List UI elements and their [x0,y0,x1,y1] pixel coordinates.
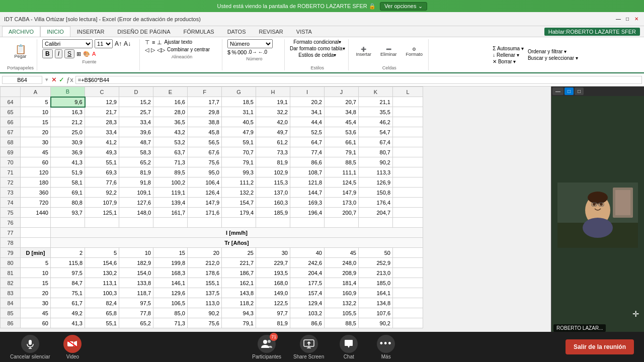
cell-83-h[interactable]: 149,0 [256,288,290,298]
leave-meeting-button[interactable]: Salir de la reunión [566,339,634,354]
cell-75-b[interactable]: 93,7 [51,208,85,218]
cell-73-i[interactable]: 144,7 [290,188,325,198]
cell-69-l[interactable] [393,147,423,157]
cell-65-d[interactable]: 25,7 [119,107,153,117]
cell-76-c[interactable] [85,218,119,228]
cell-70-e[interactable]: 71,3 [153,157,188,167]
cell-71-j[interactable]: 111,1 [325,167,359,177]
cell-67-e[interactable]: 43,2 [153,127,188,137]
cell-69-k[interactable]: 80,7 [359,147,393,157]
fill-color-button[interactable]: 🎨 [83,51,90,57]
cell-79-e[interactable]: 15 [153,248,188,258]
cell-68-g[interactable]: 59,1 [222,137,256,147]
cell-80-d[interactable]: 182,9 [119,258,153,268]
increase-decimal[interactable]: .0→ [248,49,257,55]
cell-81-h[interactable]: 193,5 [256,268,290,278]
minimize-button[interactable]: — [615,16,622,23]
cell-73-a[interactable]: 360 [21,188,51,198]
cell-69-a[interactable]: 45 [21,147,51,157]
align-top-button[interactable]: ⊤ [145,39,150,46]
video-fullscreen-button[interactable]: □ [575,87,584,95]
cell-86-e[interactable]: 71,3 [153,318,188,328]
cell-74-l[interactable] [393,198,423,208]
cell-67-i[interactable]: 52,5 [290,127,325,137]
cell-76-a[interactable] [21,218,51,228]
font-shrink-button[interactable]: A↓ [124,40,131,47]
row-header[interactable]: 75 [1,208,21,218]
cell-83-b[interactable]: 75,1 [51,288,85,298]
cell-82-f[interactable]: 155,1 [188,278,222,288]
cell-66-b[interactable]: 21,2 [51,117,85,127]
cell-67-c[interactable]: 33,4 [85,127,119,137]
mute-button[interactable]: Cancelar silenciar [10,335,50,359]
font-color-button[interactable]: A [92,51,96,57]
tab-archivo[interactable]: ARCHIVO [2,26,40,37]
row-header[interactable]: 73 [1,188,21,198]
cell-86-b[interactable]: 41,3 [51,318,85,328]
cell-81-b[interactable]: 97,5 [51,268,85,278]
percent-button[interactable]: % [231,49,236,55]
cell-84-l[interactable] [393,298,423,308]
underline-button[interactable]: S [64,49,74,58]
cell-69-b[interactable]: 36,9 [51,147,85,157]
cell-76-i[interactable] [290,218,325,228]
cell-79-i[interactable]: 40 [290,248,325,258]
video-toggle-button[interactable]: Video [60,335,85,359]
row-header[interactable]: 66 [1,117,21,127]
cell-74-i[interactable]: 169,3 [290,198,325,208]
cell-86-g[interactable]: 79,1 [222,318,256,328]
cell-84-h[interactable]: 122,5 [256,298,290,308]
cell-72-k[interactable]: 126,9 [359,177,393,188]
cell-76-d[interactable] [119,218,153,228]
cell-69-j[interactable]: 79,1 [325,147,359,157]
cell-68-h[interactable]: 61,2 [256,137,290,147]
font-grow-button[interactable]: A↑ [115,40,122,47]
cell-81-f[interactable]: 178,6 [188,268,222,278]
cell-72-e[interactable]: 100,2 [153,177,188,188]
cell-79-g[interactable]: 25 [222,248,256,258]
cell-71-l[interactable] [393,167,423,177]
cell-86-a[interactable]: 60 [21,318,51,328]
cell-86-d[interactable]: 65,2 [119,318,153,328]
cell-70-f[interactable]: 75,6 [188,157,222,167]
cell-82-e[interactable]: 146,1 [153,278,188,288]
cell-66-c[interactable]: 28,3 [85,117,119,127]
cell-86-i[interactable]: 86,6 [290,318,325,328]
merge-center-button[interactable]: Combinar y centrar [167,47,210,53]
cell-84-d[interactable]: 97,5 [119,298,153,308]
buscar-seleccionar-button[interactable]: Buscar y seleccionar ▾ [528,55,578,61]
cell-68-e[interactable]: 53,2 [153,137,188,147]
cell-65-i[interactable]: 34,1 [290,107,325,117]
italic-button[interactable]: I [55,49,62,58]
cell-74-e[interactable]: 139,4 [153,198,188,208]
cell-82-l[interactable] [393,278,423,288]
cell-84-e[interactable]: 106,5 [153,298,188,308]
cell-72-l[interactable] [393,177,423,188]
cell-65-b[interactable]: 16,3 [51,107,85,117]
cell-73-h[interactable]: 137,0 [256,188,290,198]
cell-74-j[interactable]: 173,0 [325,198,359,208]
cell-67-d[interactable]: 39,6 [119,127,153,137]
cell-69-c[interactable]: 49,3 [85,147,119,157]
cell-81-d[interactable]: 154,0 [119,268,153,278]
cell-79-d[interactable]: 10 [119,248,153,258]
cell-79-j[interactable]: 45 [325,248,359,258]
cell-81-k[interactable]: 213,0 [359,268,393,278]
cell-73-k[interactable]: 150,8 [359,188,393,198]
table-format-button[interactable]: Dar formato como tabla▾ [290,46,345,51]
tab-formulas[interactable]: FÓRMULAS [177,26,221,37]
cell-69-h[interactable]: 73,3 [256,147,290,157]
cell-76-k[interactable] [359,218,393,228]
cell-80-i[interactable]: 242,6 [290,258,325,268]
font-select[interactable]: Calibri [42,39,93,48]
cell-66-f[interactable]: 38,8 [188,117,222,127]
cell-79-c[interactable]: 5 [85,248,119,258]
cell-86-k[interactable]: 90,2 [359,318,393,328]
share-screen-button[interactable]: Share Screen [293,335,324,359]
cell-81-j[interactable]: 208,9 [325,268,359,278]
tab-insertar[interactable]: INSERTAR [70,26,111,37]
cell-83-i[interactable]: 157,4 [290,288,325,298]
cell-84-c[interactable]: 82,4 [85,298,119,308]
cell-83-a[interactable]: 20 [21,288,51,298]
cell-79-l[interactable] [393,248,423,258]
